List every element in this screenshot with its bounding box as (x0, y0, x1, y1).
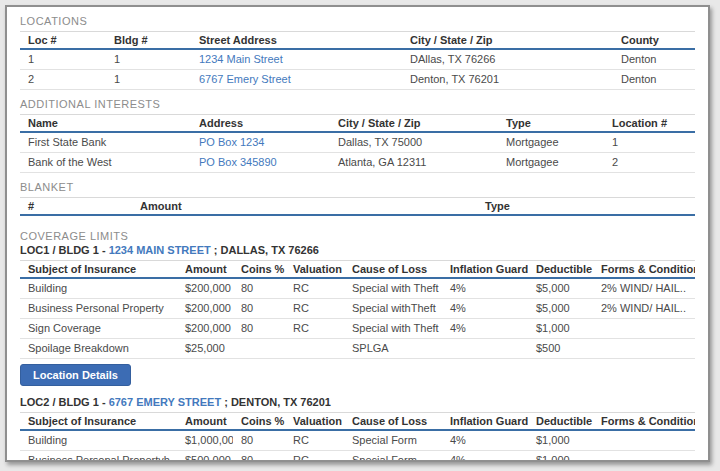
table-row: Building $1,000,000 80 RC Special Form 4… (20, 430, 695, 451)
column-header-cause-of-loss: Cause of Loss (344, 261, 442, 279)
interest-type: Mortgagee (498, 153, 604, 173)
inflation-guard: 4% (442, 430, 528, 451)
column-header-amount: Amount (132, 198, 477, 216)
forms-conditions (593, 430, 695, 451)
location-details-button[interactable]: Location Details (20, 364, 131, 386)
loc-number: 2 (20, 70, 106, 90)
city-state-zip: Denton, TX 76201 (402, 70, 613, 90)
interest-name: Bank of the West (20, 153, 191, 173)
city-state-zip: Dallas, TX 75000 (330, 132, 498, 153)
column-header-deductible: Deductible (528, 261, 593, 279)
column-header-number: # (20, 198, 132, 216)
deductible: $1,000 (528, 451, 593, 463)
column-header-cause-of-loss: Cause of Loss (344, 413, 442, 431)
blanket-header-row: # Amount Type (20, 198, 695, 216)
street-address-link[interactable]: 6767 EMERY STREET (109, 396, 222, 408)
table-row: Bank of the West PO Box 345890 Atlanta, … (20, 153, 695, 173)
section-title-blanket: BLANKET (20, 181, 695, 193)
cause-of-loss: Special Form (344, 451, 442, 463)
coverage-block-loc2: LOC2 / BLDG 1 - 6767 EMERY STREET ; DENT… (20, 396, 695, 462)
inflation-guard: 4% (442, 319, 528, 339)
column-header-inflation-guard: Inflation Guard (442, 261, 528, 279)
city-state-zip-label: ; DENTON, TX 76201 (221, 396, 331, 408)
loc-bldg-label: LOC1 / BLDG 1 - (20, 244, 109, 256)
column-header-amount: Amount (177, 413, 233, 431)
column-header-county: County (613, 32, 695, 50)
column-header-city-state-zip: City / State / Zip (402, 32, 613, 50)
city-state-zip: Atlanta, GA 12311 (330, 153, 498, 173)
section-title-coverage-limits: COVERAGE LIMITS (20, 230, 695, 242)
table-row: Spoilage Breakdown $25,000 SPLGA $500 (20, 339, 695, 359)
subject-of-insurance: Building (20, 430, 177, 451)
coverage-block-title: LOC1 / BLDG 1 - 1234 MAIN STREET ; DALLA… (20, 244, 695, 257)
street-address-link[interactable]: 6767 Emery Street (199, 73, 291, 85)
cause-of-loss: Special with Theft (344, 319, 442, 339)
column-header-address: Address (191, 115, 330, 133)
deductible: $1,000 (528, 430, 593, 451)
blanket-section: BLANKET # Amount Type (20, 181, 695, 216)
table-row: Building $200,000 80 RC Special with The… (20, 278, 695, 299)
amount: $25,000 (177, 339, 233, 359)
inflation-guard: 4% (442, 299, 528, 319)
locations-section: LOCATIONS Loc # Bldg # Street Address Ci… (20, 15, 695, 90)
deductible: $500 (528, 339, 593, 359)
amount: $1,000,000 (177, 430, 233, 451)
coins-pct: 80 (233, 278, 285, 299)
window-frame: LOCATIONS Loc # Bldg # Street Address Ci… (5, 5, 710, 462)
cause-of-loss: Special withTheft (344, 299, 442, 319)
column-header-city-state-zip: City / State / Zip (330, 115, 498, 133)
address-link[interactable]: PO Box 345890 (199, 156, 277, 168)
bldg-number: 1 (106, 70, 191, 90)
additional-interests-table: Name Address City / State / Zip Type Loc… (20, 114, 695, 173)
interest-type: Mortgagee (498, 132, 604, 153)
cause-of-loss: SPLGA (344, 339, 442, 359)
column-header-location: Location # (604, 115, 695, 133)
city-state-zip: DAllas, TX 76266 (402, 49, 613, 70)
table-row: 2 1 6767 Emery Street Denton, TX 76201 D… (20, 70, 695, 90)
deductible: $5,000 (528, 299, 593, 319)
interest-name: First State Bank (20, 132, 191, 153)
valuation: RC (285, 319, 344, 339)
amount: $500,000 (177, 451, 233, 463)
column-header-coins: Coins % (233, 413, 285, 431)
loc-number: 1 (20, 49, 106, 70)
column-header-inflation-guard: Inflation Guard (442, 413, 528, 431)
street-address-link[interactable]: 1234 Main Street (199, 53, 283, 65)
coins-pct (233, 339, 285, 359)
valuation (285, 339, 344, 359)
subject-of-insurance: Business Personal Propertyh (20, 451, 177, 463)
column-header-name: Name (20, 115, 191, 133)
loc-bldg-label: LOC2 / BLDG 1 - (20, 396, 109, 408)
column-header-loc: Loc # (20, 32, 106, 50)
deductible: $1,000 (528, 319, 593, 339)
address-link[interactable]: PO Box 1234 (199, 136, 264, 148)
column-header-deductible: Deductible (528, 413, 593, 431)
street-address-link[interactable]: 1234 MAIN STREET (109, 244, 211, 256)
coins-pct: 80 (233, 319, 285, 339)
column-header-valuation: Valuation (285, 413, 344, 431)
coins-pct: 80 (233, 451, 285, 463)
additional-interests-header-row: Name Address City / State / Zip Type Loc… (20, 115, 695, 133)
location-number: 2 (604, 153, 695, 173)
forms-conditions: 2% WIND/ HAIL.. (593, 299, 695, 319)
table-row: 1 1 1234 Main Street DAllas, TX 76266 De… (20, 49, 695, 70)
blanket-table: # Amount Type (20, 197, 695, 216)
forms-conditions: 2% WIND/ HAIL.. (593, 278, 695, 299)
coins-pct: 80 (233, 299, 285, 319)
column-header-coins: Coins % (233, 261, 285, 279)
column-header-amount: Amount (177, 261, 233, 279)
locations-header-row: Loc # Bldg # Street Address City / State… (20, 32, 695, 50)
inflation-guard (442, 339, 528, 359)
table-row: First State Bank PO Box 1234 Dallas, TX … (20, 132, 695, 153)
coins-pct: 80 (233, 430, 285, 451)
section-title-additional-interests: ADDITIONAL INTERESTS (20, 98, 695, 110)
column-header-bldg: Bldg # (106, 32, 191, 50)
coverage-table-loc1: Subject of Insurance Amount Coins % Valu… (20, 260, 695, 359)
column-header-street-address: Street Address (191, 32, 402, 50)
valuation: RC (285, 299, 344, 319)
coverage-header-row: Subject of Insurance Amount Coins % Valu… (20, 261, 695, 279)
subject-of-insurance: Spoilage Breakdown (20, 339, 177, 359)
city-state-zip-label: ; DALLAS, TX 76266 (211, 244, 319, 256)
additional-interests-section: ADDITIONAL INTERESTS Name Address City /… (20, 98, 695, 173)
inflation-guard: 4% (442, 278, 528, 299)
